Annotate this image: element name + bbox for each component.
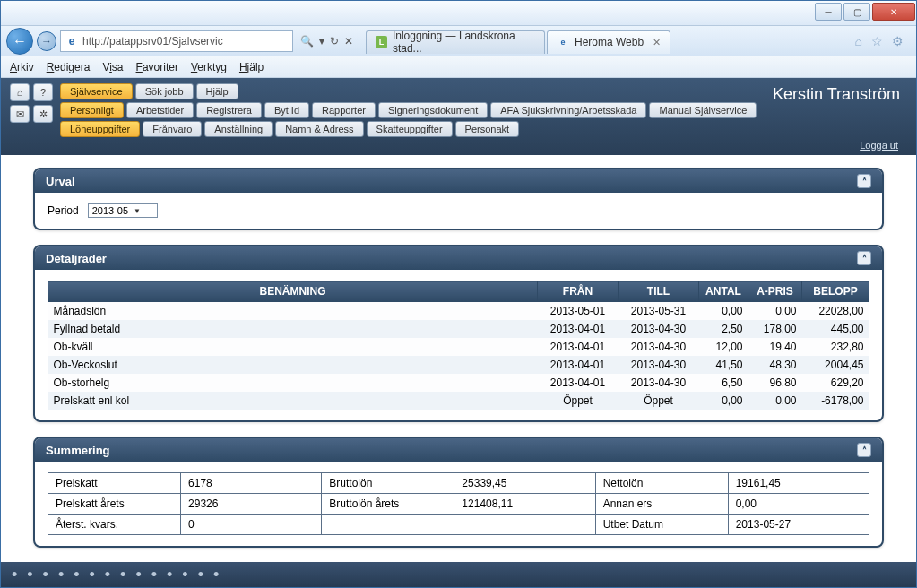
cell: 2013-04-01 <box>538 356 619 374</box>
col-header: BENÄMNING <box>48 281 538 302</box>
detaljrader-panel: Detaljrader ˄ BENÄMNINGFRÅNTILLANTALA-PR… <box>33 245 884 422</box>
nav-tab[interactable]: Sök jobb <box>135 83 194 99</box>
nav-tab[interactable]: Arbetstider <box>126 102 194 118</box>
summary-label: Annan ers <box>595 494 728 514</box>
summering-title: Summering <box>46 444 110 457</box>
cell: 2013-04-01 <box>538 338 619 356</box>
table-row: Prelskatt enl kolÖppetÖppet0,000,00-6178… <box>48 392 869 410</box>
forward-button[interactable]: → <box>37 31 56 51</box>
cell: 445,00 <box>802 320 869 338</box>
nav-tab[interactable]: Signeringsdokument <box>378 102 488 118</box>
cell: 2004,45 <box>802 356 869 374</box>
favicon-landskrona: L <box>376 36 387 48</box>
taskbar: • • • • • • • • • • • • • • <box>1 562 916 587</box>
col-header: FRÅN <box>538 281 619 302</box>
table-row: Ob-storhelg2013-04-012013-04-306,5096,80… <box>48 374 869 392</box>
cell: Fyllnad betald <box>48 320 538 338</box>
cell: 178,00 <box>748 320 802 338</box>
urval-panel: Urval ˄ Period 2013-05 <box>33 168 884 230</box>
nav-tab[interactable]: Manual Självservice <box>649 102 757 118</box>
nav-tab[interactable]: Personakt <box>455 121 520 137</box>
menu-bar: Arkiv Redigera Visa Favoriter Verktyg Hj… <box>1 56 916 78</box>
menu-redigera[interactable]: Redigera <box>47 61 91 74</box>
nav-bar: ← → e http://patappsrv01/Sjalvservic 🔍 ▾… <box>1 26 916 56</box>
logout-link[interactable]: Logga ut <box>860 140 898 151</box>
tab-close-icon[interactable]: ✕ <box>653 37 661 48</box>
cell: 232,80 <box>802 338 869 356</box>
col-header: A-PRIS <box>748 281 802 302</box>
nav-tab[interactable]: Anställning <box>204 121 273 137</box>
cell: 48,30 <box>748 356 802 374</box>
favorites-icon[interactable]: ☆ <box>871 34 883 48</box>
home-button[interactable]: ⌂ <box>10 83 30 101</box>
summary-label: Prelskatt årets <box>48 494 181 514</box>
home-icon[interactable]: ⌂ <box>855 34 862 48</box>
browser-tabs: L Inloggning — Landskrona stad... e Hero… <box>366 29 672 54</box>
stop-icon[interactable]: ✕ <box>344 35 353 48</box>
cell: 19,40 <box>748 338 802 356</box>
period-value: 2013-05 <box>92 205 128 216</box>
back-button[interactable]: ← <box>6 28 33 55</box>
collapse-icon[interactable]: ˄ <box>857 251 871 265</box>
nav-tab[interactable]: AFA Sjukskrivning/Arbetsskada <box>490 102 646 118</box>
menu-visa[interactable]: Visa <box>102 61 123 74</box>
nav-tab[interactable]: Skatteuppgifter <box>367 121 453 137</box>
nav-tab[interactable]: Rapporter <box>312 102 376 118</box>
menu-hjalp[interactable]: Hjälp <box>239 61 264 74</box>
collapse-icon[interactable]: ˄ <box>857 174 871 188</box>
help-button[interactable]: ? <box>33 83 53 101</box>
nav-tab[interactable]: Frånvaro <box>143 121 202 137</box>
summering-panel: Summering ˄ Prelskatt6178Bruttolön25339,… <box>33 437 884 548</box>
cell: 2013-04-30 <box>619 320 699 338</box>
menu-favoriter[interactable]: Favoriter <box>136 61 178 74</box>
minimize-button[interactable]: ─ <box>815 3 842 21</box>
nav-tab[interactable]: Namn & Adress <box>275 121 363 137</box>
taskbar-dots: • • • • • • • • • • • • • • <box>12 566 221 584</box>
url-text: http://patappsrv01/Sjalvservic <box>82 35 223 48</box>
cell: 41,50 <box>699 356 748 374</box>
cell: 2013-05-31 <box>619 302 699 321</box>
mail-button[interactable]: ✉ <box>10 105 30 123</box>
summary-label: Bruttolön <box>322 473 454 494</box>
period-select[interactable]: 2013-05 <box>88 203 158 218</box>
cell: 96,80 <box>748 374 802 392</box>
cell: Månadslön <box>48 302 538 321</box>
close-button[interactable]: ✕ <box>872 3 915 21</box>
cell: 2013-04-01 <box>538 374 619 392</box>
nav-tab[interactable]: Löneuppgifter <box>60 121 140 137</box>
dropdown-icon[interactable]: ▾ <box>319 35 324 48</box>
settings-button[interactable]: ✲ <box>33 105 53 123</box>
period-label: Period <box>48 204 79 217</box>
menu-verktyg[interactable]: Verktyg <box>191 61 227 74</box>
summary-value: 25339,45 <box>454 473 595 494</box>
browser-window: ─ ▢ ✕ ← → e http://patappsrv01/Sjalvserv… <box>0 0 917 588</box>
summary-value: 0,00 <box>728 494 869 514</box>
tab-heroma[interactable]: e Heroma Webb ✕ <box>547 30 670 54</box>
summary-value: 0 <box>181 514 322 535</box>
summary-label: Nettolön <box>595 473 728 494</box>
nav-tab[interactable]: Byt Id <box>264 102 309 118</box>
maximize-button[interactable]: ▢ <box>843 3 870 21</box>
content-area: Urval ˄ Period 2013-05 Detaljrader ˄ <box>1 155 916 562</box>
summary-value: 19161,45 <box>728 473 869 494</box>
menu-arkiv[interactable]: Arkiv <box>10 61 34 74</box>
tab-label: Heroma Webb <box>575 36 644 48</box>
search-icon[interactable]: 🔍 <box>300 35 314 48</box>
table-row: Prelskatt årets29326Bruttolön årets12140… <box>48 494 869 514</box>
nav-tab[interactable]: Personligt <box>60 102 124 118</box>
collapse-icon[interactable]: ˄ <box>857 443 871 457</box>
refresh-icon[interactable]: ↻ <box>330 35 339 48</box>
detaljrader-title: Detaljrader <box>46 252 107 265</box>
summary-label: Prelskatt <box>48 473 181 494</box>
nav-tab[interactable]: Självservice <box>60 83 133 99</box>
tab-inloggning[interactable]: L Inloggning — Landskrona stad... <box>366 30 545 54</box>
cell: 12,00 <box>699 338 748 356</box>
nav-tab[interactable]: Hjälp <box>196 83 238 99</box>
address-bar[interactable]: e http://patappsrv01/Sjalvservic <box>60 30 293 52</box>
urval-title: Urval <box>46 175 75 188</box>
tools-icon[interactable]: ⚙ <box>892 34 904 48</box>
cell: 2013-04-30 <box>619 356 699 374</box>
cell: Öppet <box>619 392 699 410</box>
summary-label <box>322 514 454 535</box>
nav-tab[interactable]: Registrera <box>196 102 262 118</box>
